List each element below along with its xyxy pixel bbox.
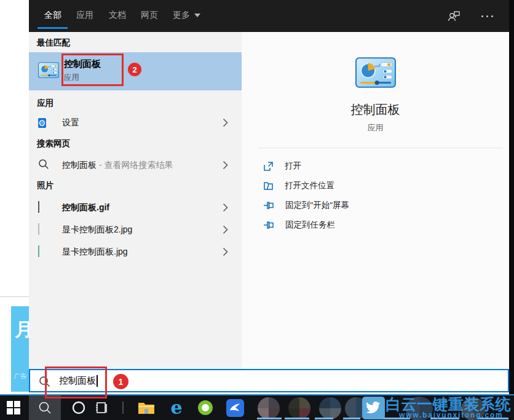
result-label: 显卡控制面板2.jpg — [62, 224, 132, 236]
feedback-icon[interactable] — [447, 9, 461, 23]
cortana-button[interactable] — [69, 395, 88, 420]
result-photo-gif[interactable]: 控制面板.gif — [29, 197, 242, 218]
taskbar-separator — [122, 402, 124, 414]
result-photo-jpg[interactable]: 显卡控制面板.jpg — [29, 242, 242, 263]
action-pin-start[interactable]: 固定到"开始"屏幕 — [263, 197, 349, 213]
bird-app-button[interactable] — [224, 395, 246, 420]
edge-browser-icon: e — [170, 398, 182, 417]
desktop-ad-banner[interactable]: 月 广告 — [11, 306, 29, 392]
more-options-icon[interactable] — [481, 15, 493, 17]
divider — [258, 148, 503, 148]
windows-logo-icon — [7, 401, 20, 414]
folder-icon — [138, 400, 155, 415]
section-web: 搜索网页 — [37, 138, 70, 149]
ad-text: 月 — [15, 317, 29, 343]
section-apps: 应用 — [37, 98, 53, 109]
action-label: 固定到任务栏 — [285, 220, 335, 231]
chevron-right-icon[interactable] — [223, 118, 228, 127]
folder-location-icon — [263, 181, 274, 191]
filter-tab-bar: 全部 应用 文档 网页 更多 — [29, 0, 509, 32]
pin-icon — [263, 200, 274, 210]
result-photo-jpg2[interactable]: 显卡控制面板2.jpg — [29, 220, 242, 240]
action-open-file-location[interactable]: 打开文件位置 — [263, 178, 334, 194]
preview-pane: 控制面板 应用 打开 打开文件位置 固定到"开始"屏幕 — [242, 32, 509, 369]
tray-app-icon[interactable] — [406, 397, 433, 420]
web-suffix: - 查看网络搜索结果 — [97, 160, 173, 170]
image-thumbnail-icon — [38, 246, 39, 257]
active-tab-indicator — [38, 27, 68, 29]
result-label: 显卡控制面板.jpg — [62, 247, 128, 258]
watermark: 白云一键重装系统 www.baiyunxitong.com — [386, 395, 514, 419]
file-explorer-button[interactable] — [136, 395, 157, 420]
screen: 月 广告 全部 应用 文档 网页 更多 — [0, 0, 514, 420]
tray-app-icon[interactable] — [288, 397, 310, 419]
chevron-right-icon[interactable] — [223, 247, 228, 256]
edge-button[interactable]: e — [166, 395, 187, 420]
running-indicator — [430, 418, 459, 419]
watermark-title: 白云一键重装系统 — [386, 395, 514, 413]
twitter-bird-icon — [362, 397, 385, 419]
section-best-match: 最佳匹配 — [37, 38, 70, 49]
desktop-edge — [509, 0, 514, 420]
tab-more[interactable]: 更多 — [173, 10, 200, 21]
web-query: 控制面板 — [62, 160, 97, 170]
tab-apps[interactable]: 应用 — [76, 10, 93, 21]
running-indicator — [315, 418, 333, 419]
running-indicator — [381, 418, 410, 419]
search-icon — [38, 401, 52, 414]
action-label: 打开文件位置 — [285, 180, 334, 191]
tab-web[interactable]: 网页 — [141, 10, 158, 21]
control-panel-icon-large — [355, 57, 396, 88]
annotation-box-step1 — [45, 367, 107, 398]
chevron-right-icon[interactable] — [223, 225, 228, 234]
pin-icon — [263, 220, 274, 230]
image-thumbnail-icon — [38, 224, 39, 235]
section-photos: 照片 — [37, 180, 53, 191]
green-browser-button[interactable] — [195, 395, 216, 420]
desktop-divider — [0, 296, 29, 297]
tab-more-label: 更多 — [173, 10, 190, 21]
result-settings[interactable]: ⚙ 设置 — [29, 113, 242, 133]
green-browser-icon — [198, 400, 213, 415]
gear-icon: ⚙ — [38, 117, 46, 129]
tab-all[interactable]: 全部 — [44, 10, 61, 21]
action-pin-taskbar[interactable]: 固定到任务栏 — [263, 217, 335, 233]
result-label: 控制面板 - 查看网络搜索结果 — [62, 160, 173, 171]
result-label: 设置 — [62, 117, 79, 129]
annotation-badge-step1: 1 — [113, 374, 128, 389]
preview-title: 控制面板 — [251, 101, 499, 118]
twitter-app-button[interactable] — [361, 395, 386, 420]
start-button[interactable] — [6, 395, 22, 420]
running-indicator — [257, 418, 282, 419]
tray-app-icon[interactable] — [461, 397, 486, 420]
annotation-box-step2 — [61, 53, 124, 86]
action-open[interactable]: 打开 — [263, 158, 301, 174]
tray-app-icon[interactable] — [319, 397, 341, 419]
running-indicator — [343, 418, 360, 419]
ad-label: 广告 — [14, 372, 26, 381]
search-icon — [38, 159, 49, 170]
cortana-icon — [71, 400, 86, 415]
running-indicator — [285, 418, 309, 419]
bird-app-icon — [226, 399, 244, 417]
chevron-down-icon — [194, 14, 200, 17]
tray-app-icon[interactable] — [258, 397, 280, 419]
action-label: 固定到"开始"屏幕 — [285, 200, 349, 211]
preview-subtitle: 应用 — [251, 122, 499, 133]
annotation-badge-step2: 2 — [128, 63, 141, 76]
result-web-search[interactable]: 控制面板 - 查看网络搜索结果 — [29, 155, 242, 176]
taskbar-search-button[interactable] — [29, 395, 61, 420]
results-list: 最佳匹配 — [29, 32, 242, 369]
task-view-button[interactable] — [93, 395, 111, 420]
chevron-right-icon[interactable] — [223, 160, 228, 170]
image-thumbnail-icon — [38, 202, 39, 213]
tab-documents[interactable]: 文档 — [109, 10, 126, 21]
running-indicator — [478, 418, 508, 419]
task-view-icon — [95, 400, 109, 415]
result-label: 控制面板.gif — [62, 202, 109, 213]
chevron-right-icon[interactable] — [223, 203, 228, 212]
open-external-icon — [263, 161, 274, 172]
control-panel-icon — [38, 62, 59, 78]
action-label: 打开 — [285, 160, 301, 172]
